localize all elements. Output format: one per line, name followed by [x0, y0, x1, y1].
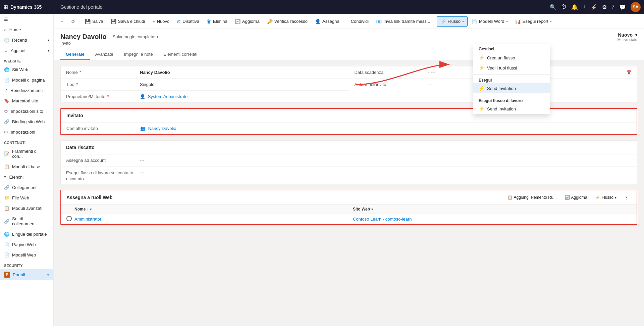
- dropdown-divider: [473, 74, 550, 75]
- sidebar-item-label: Collegamenti: [12, 185, 38, 190]
- sidebar-item-moduli-base[interactable]: 📋 Moduli di base: [0, 161, 53, 172]
- contact-icon: 👤: [140, 94, 145, 99]
- row-checkbox[interactable]: [66, 216, 74, 222]
- sidebar-toggle[interactable]: ☰: [0, 14, 53, 25]
- workflow-value[interactable]: ---: [140, 169, 632, 176]
- sidebar-item-modelli-pagina[interactable]: 📄 Modelli di pagina: [0, 75, 53, 85]
- sidebar-item-marcatori[interactable]: 🔖 Marcatori sito: [0, 96, 53, 106]
- bell-icon[interactable]: 🔔: [571, 4, 578, 10]
- row-nome[interactable]: Amministratori: [74, 217, 353, 222]
- settings-icon[interactable]: ⚙: [602, 4, 607, 10]
- sidebar-item-modelli-web[interactable]: 📄 Modelli Web: [0, 250, 53, 260]
- record-name: Nancy Davolio: [60, 33, 107, 41]
- delete-icon: 🗑: [207, 19, 211, 24]
- sidebar-item-pagine-web[interactable]: 📄 Pagine Web: [0, 239, 53, 250]
- vedi-flussi-item[interactable]: ⚡ Vedi i tuoi flussi: [473, 63, 550, 73]
- sidebar-item-set-collegamenti[interactable]: 🔗 Set di collegamen...: [0, 214, 53, 229]
- sidebar-item-file-web[interactable]: 📁 File Web: [0, 193, 53, 203]
- sidebar-item-elenchi[interactable]: ≡ Elenchi: [0, 172, 53, 182]
- tab-correlati[interactable]: Elementi correlati: [158, 49, 203, 60]
- send-invitation-item[interactable]: ⚡ Send Invitation: [473, 83, 550, 93]
- form-body: Nome * Nancy Davolio Tipo * Singolo: [54, 60, 644, 236]
- tipo-value[interactable]: Singolo: [140, 81, 343, 88]
- sidebar-item-label: Impostazioni sito: [11, 109, 43, 114]
- refresh-button[interactable]: ⟳: [68, 17, 78, 26]
- back-button[interactable]: ←: [56, 17, 67, 26]
- brand-logo[interactable]: ⊞ Dynamics 365: [3, 4, 57, 10]
- flow-roles-button[interactable]: ⚡ Flusso ▾: [593, 194, 619, 201]
- nome-value[interactable]: Nancy Davolio: [140, 68, 343, 76]
- run-report-button[interactable]: 📊 Esegui report ▾: [512, 17, 555, 26]
- user-avatar[interactable]: SA: [631, 2, 641, 12]
- sort-caret-icon: ▾: [90, 207, 92, 211]
- sidebar-item-label: Frammenti di con...: [12, 149, 49, 159]
- calendar-icon[interactable]: 📅: [626, 70, 632, 75]
- add-icon: 📋: [507, 195, 513, 200]
- sidebar-item-impostazioni-sito[interactable]: ⚙ Impostazioni sito: [0, 106, 53, 117]
- col-left: Nome * Nancy Davolio Tipo * Singolo: [61, 66, 349, 102]
- sidebar-item-pinned[interactable]: ☆ Aggiunti ▾: [0, 45, 53, 56]
- sidebar-item-collegamenti[interactable]: 🔗 Collegamenti: [0, 182, 53, 193]
- assign-button[interactable]: 👤 Assegna: [312, 17, 343, 26]
- contact-link[interactable]: Nancy Davolio: [148, 126, 176, 131]
- crea-flusso-item[interactable]: ⚡ Crea un flusso: [473, 53, 550, 63]
- nome-link[interactable]: Amministratori: [74, 217, 102, 222]
- more-icon: ⋮: [625, 195, 629, 200]
- send-invitation-2-item[interactable]: ⚡ Send Invitation: [473, 104, 550, 114]
- sidebar-item-label: Binding sito Web: [12, 119, 45, 124]
- proprietario-label: Proprietario/Mittente *: [66, 93, 140, 99]
- contact2-icon: 👥: [140, 126, 146, 131]
- required-mark2: *: [76, 82, 78, 87]
- proprietario-value[interactable]: 👤 System Administrator: [140, 93, 343, 100]
- tab-impegni[interactable]: Impegni e note: [119, 49, 158, 60]
- status-label: Motivo stato: [618, 38, 637, 42]
- sidebar-item-lingue[interactable]: 🌐 Lingue del portale: [0, 229, 53, 239]
- flow-button[interactable]: ⚡ Flusso ▾: [437, 16, 468, 27]
- update-roles-button[interactable]: 🔄 Aggiorna: [562, 194, 590, 201]
- verify-button[interactable]: 🔑 Verifica l'accesso: [264, 17, 311, 26]
- command-bar: ← ⟳ 💾 Salva 💾 Salva e chiudi + Nuovo ⊘ D…: [54, 14, 644, 29]
- sidebar-item-moduli-avanzati[interactable]: 📋 Moduli avanzati: [0, 203, 53, 214]
- save-button[interactable]: 💾 Salva: [82, 17, 107, 26]
- help-icon[interactable]: ?: [611, 4, 614, 10]
- filter-icon[interactable]: ⚡: [591, 4, 597, 10]
- sidebar-item-recent[interactable]: 🕐 Recenti ▾: [0, 35, 53, 45]
- sidebar-item-binding[interactable]: 🔗 Binding sito Web: [0, 117, 53, 127]
- flow-caret-icon: ▾: [462, 19, 464, 23]
- sidebar-item-label: Portali: [13, 272, 25, 277]
- clock-icon[interactable]: ⏱: [561, 4, 567, 10]
- search-icon[interactable]: 🔍: [550, 4, 556, 10]
- chevron-icon: ◇: [47, 273, 49, 277]
- delete-button[interactable]: 🗑 Elimina: [203, 17, 231, 26]
- form-icon: 📋: [4, 164, 9, 169]
- chat-icon[interactable]: 💬: [619, 4, 626, 10]
- contact-value[interactable]: 👥 Nancy Davolio: [140, 125, 631, 132]
- assign-account-value[interactable]: ---: [140, 156, 632, 164]
- tab-avanzate[interactable]: Avanzate: [90, 49, 119, 60]
- col-nome-header[interactable]: Nome ↑ ▾: [74, 207, 353, 212]
- status-caret-icon[interactable]: ▾: [635, 33, 637, 37]
- share-button[interactable]: ↑ Condividi: [343, 17, 372, 26]
- assign-dashes: ---: [140, 158, 144, 163]
- more-button[interactable]: ⋮: [622, 194, 631, 201]
- new-button[interactable]: + Nuovo: [149, 17, 173, 26]
- plus-icon[interactable]: +: [583, 4, 586, 11]
- deactivate-button[interactable]: ⊘ Disattiva: [173, 17, 203, 26]
- proprietario-link[interactable]: System Administrator: [148, 94, 189, 99]
- sidebar-item-frammenti[interactable]: 📝 Frammenti di con...: [0, 146, 53, 161]
- send-link-button[interactable]: 📧 Invia link tramite mess...: [373, 17, 433, 26]
- sidebar-item-portali[interactable]: P Portali ◇: [0, 269, 53, 280]
- sito-link[interactable]: Contoso Learn - contoso-learn: [353, 217, 412, 222]
- add-element-button[interactable]: 📋 Aggiungi elemento Ru...: [505, 194, 559, 201]
- col-sito-header[interactable]: Sito Web ▾: [353, 207, 631, 212]
- update-button[interactable]: 🔄 Aggiorna: [231, 17, 263, 26]
- save-close-button[interactable]: 💾 Salva e chiudi: [107, 17, 149, 26]
- tab-generale[interactable]: Generale: [60, 49, 90, 60]
- sidebar-section-contenuti: Contenuti: [0, 137, 53, 146]
- sidebar-item-siti-web[interactable]: 🌐 Siti Web: [0, 64, 53, 75]
- sidebar-item-home[interactable]: ⌂ Home: [0, 25, 53, 35]
- word-templates-button[interactable]: 📄 Modelli Word ▾: [468, 17, 511, 26]
- row-sito[interactable]: Contoso Learn - contoso-learn: [353, 217, 631, 222]
- sidebar-item-reindirizzamenti[interactable]: ↗ Reindirizzamenti: [0, 85, 53, 96]
- sidebar-item-impostazioni[interactable]: ⚙ Impostazioni: [0, 127, 53, 137]
